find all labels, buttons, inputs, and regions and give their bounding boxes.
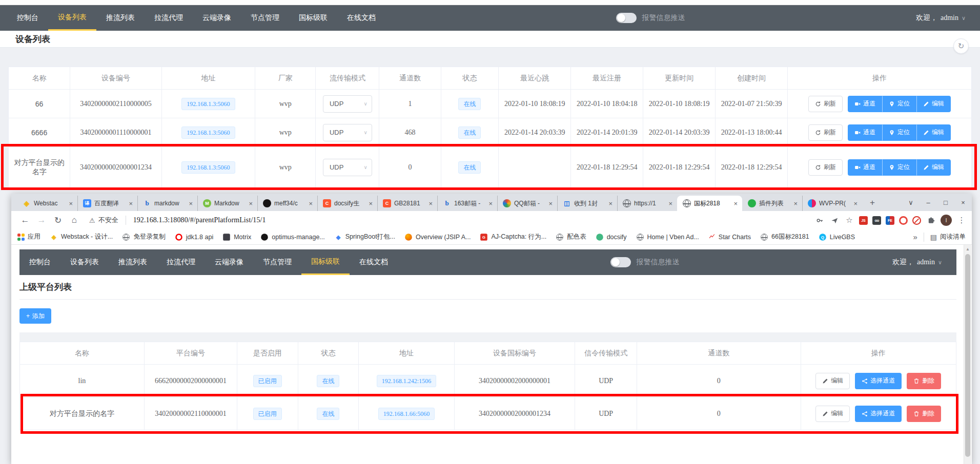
profile-avatar[interactable]: I — [941, 215, 952, 226]
tab-https[interactable]: https://1× — [617, 196, 677, 211]
nav-item-pull-proxy[interactable]: 拉流代理 — [145, 5, 193, 31]
tab-close-icon[interactable]: × — [732, 200, 739, 207]
bookmarks-overflow-icon[interactable]: » — [913, 233, 917, 241]
select-channel-button[interactable]: 选择通道 — [855, 406, 902, 422]
bookmark-springboot[interactable]: ◆SpringBoot打包... — [334, 233, 395, 241]
user-menu[interactable]: 欢迎，admin ∨ — [892, 249, 942, 275]
scrollbar-up-icon[interactable]: ▲ — [964, 245, 971, 251]
bookmark-jsip-overview[interactable]: Overview (JSIP A... — [404, 233, 471, 241]
nav-item-console[interactable]: 控制台 — [7, 5, 48, 31]
delete-button[interactable]: 删除 — [907, 406, 941, 422]
tab-inbox-mail[interactable]: ◫收到 1封× — [557, 196, 617, 211]
nav-item-device-list[interactable]: 设备列表 — [60, 249, 109, 275]
tab-close-icon[interactable]: × — [307, 200, 314, 207]
scrollbar-thumb[interactable] — [965, 254, 970, 457]
bookmark-color-table[interactable]: 配色表 — [556, 233, 586, 241]
refresh-button[interactable]: 刷新 — [808, 96, 843, 112]
bookmark-webstack[interactable]: ◈Webstack - 设计... — [50, 233, 113, 241]
delete-button[interactable]: 删除 — [907, 373, 941, 389]
address-tag[interactable]: 192.168.1.3:5060 — [181, 126, 235, 139]
tab-close-icon[interactable]: × — [127, 200, 134, 207]
close-button[interactable]: × — [954, 199, 972, 206]
page-refresh-button[interactable]: ↻ — [953, 38, 969, 54]
tab-close-icon[interactable]: × — [367, 200, 374, 207]
nav-item-node-manage[interactable]: 节点管理 — [241, 5, 289, 31]
home-icon[interactable]: ⌂ — [68, 214, 81, 227]
extension-o-icon[interactable] — [899, 216, 908, 225]
locate-button[interactable]: 定位 — [882, 96, 916, 112]
refresh-button[interactable]: 刷新 — [808, 159, 843, 176]
edit-button[interactable]: 编辑 — [916, 124, 951, 141]
security-chip[interactable]: ⚠ 不安全 — [89, 216, 118, 225]
bookmark-star-charts[interactable]: Star Charts — [708, 233, 751, 241]
send-icon[interactable] — [829, 215, 840, 225]
tab-github[interactable]: meff34/c× — [257, 196, 317, 211]
bookmark-vben[interactable]: Home | Vben Ad... — [636, 233, 699, 241]
tab-close-icon[interactable]: × — [67, 200, 74, 207]
tab-gb2818-active[interactable]: 国标2818× — [677, 196, 742, 211]
bookmark-aj-captcha[interactable]: GAJ-Captcha: 行为... — [480, 233, 546, 241]
add-platform-button[interactable]: +添加 — [19, 308, 51, 324]
nav-item-online-docs[interactable]: 在线文档 — [350, 249, 398, 275]
address-tag[interactable]: 192.168.1.3:5060 — [181, 98, 235, 110]
edit-button[interactable]: 编辑 — [916, 96, 951, 112]
nav-item-push-list[interactable]: 推流列表 — [109, 249, 157, 275]
tab-close-icon[interactable]: × — [187, 200, 194, 207]
bookmark-star-icon[interactable]: ☆ — [844, 215, 854, 225]
tab-docsify[interactable]: Cdocsify生× — [317, 196, 377, 211]
tab-close-icon[interactable]: × — [547, 200, 554, 207]
tab-webstack[interactable]: ◈Webstac× — [17, 196, 77, 211]
tab-gb28181[interactable]: CGB28181× — [377, 196, 437, 211]
tab-markdown-1[interactable]: bmarkdow× — [137, 196, 197, 211]
channel-button[interactable]: 通道 — [848, 96, 882, 112]
nav-item-cloud-record[interactable]: 云端录像 — [193, 5, 241, 31]
bookmark-gb28181[interactable]: 66国标28181 — [760, 233, 809, 241]
tab-search-chevron-icon[interactable]: ∨ — [902, 199, 920, 206]
nav-item-push-list[interactable]: 推流列表 — [96, 5, 145, 31]
content-scrollbar[interactable]: ▲ — [964, 245, 971, 464]
nav-item-gb-cascade[interactable]: 国标级联 — [301, 249, 350, 275]
bookmark-jdk-api[interactable]: jdk1.8 api — [175, 233, 214, 241]
bookmark-optimus[interactable]: optimus-manage... — [260, 233, 325, 241]
user-menu[interactable]: 欢迎，admin ∨ — [916, 5, 966, 31]
new-tab-button[interactable]: + — [865, 196, 880, 210]
stream-mode-select[interactable]: UDP∨ — [323, 159, 372, 176]
tab-qq-mail[interactable]: QQ邮箱 -× — [497, 196, 557, 211]
more-menu-icon[interactable]: ⋮ — [956, 215, 967, 225]
tab-close-icon[interactable]: × — [247, 200, 254, 207]
reading-list-button[interactable]: ▤阅读清单 — [930, 233, 966, 241]
extensions-puzzle-icon[interactable] — [926, 215, 936, 225]
locate-button[interactable]: 定位 — [882, 124, 916, 141]
edit-button[interactable]: 编辑 — [815, 406, 850, 422]
address-tag[interactable]: 192.168.1.3:5060 — [181, 161, 235, 174]
nav-item-online-docs[interactable]: 在线文档 — [337, 5, 385, 31]
edit-button[interactable]: 编辑 — [916, 159, 951, 176]
bookmark-apps[interactable]: 应用 — [17, 233, 40, 241]
bookmark-free-copy[interactable]: 免登录复制 — [122, 233, 166, 241]
refresh-button[interactable]: 刷新 — [808, 124, 843, 141]
stream-mode-select[interactable]: UDP∨ — [323, 124, 372, 141]
nav-item-gb-cascade[interactable]: 国标级联 — [289, 5, 337, 31]
tab-plugin-list[interactable]: 插件列表× — [742, 196, 802, 211]
maximize-button[interactable]: □ — [937, 199, 954, 206]
select-channel-button[interactable]: 选择通道 — [855, 373, 902, 389]
edit-button[interactable]: 编辑 — [815, 373, 850, 389]
extension-adblock-icon[interactable] — [912, 216, 921, 225]
alarm-push-toggle[interactable] — [616, 13, 637, 23]
tab-close-icon[interactable]: × — [852, 200, 859, 207]
bookmark-livegbs[interactable]: QLiveGBS — [819, 233, 855, 241]
tab-close-icon[interactable]: × — [427, 200, 434, 207]
bookmark-motrix[interactable]: Motrix — [222, 233, 251, 241]
tab-close-icon[interactable]: × — [607, 200, 614, 207]
minimize-button[interactable]: – — [920, 199, 937, 206]
back-icon[interactable]: ← — [18, 214, 32, 227]
reload-icon[interactable]: ↻ — [51, 214, 65, 227]
bookmark-docsify[interactable]: docsify — [596, 233, 627, 241]
tab-close-icon[interactable]: × — [792, 200, 799, 207]
nav-item-console[interactable]: 控制台 — [19, 249, 60, 275]
tab-close-icon[interactable]: × — [667, 200, 674, 207]
password-key-icon[interactable] — [814, 215, 825, 225]
stream-mode-select[interactable]: UDP∨ — [323, 95, 372, 113]
tab-163-mail[interactable]: b163邮箱 -× — [437, 196, 497, 211]
address-tag[interactable]: 192.168.1.242:1506 — [377, 375, 436, 387]
